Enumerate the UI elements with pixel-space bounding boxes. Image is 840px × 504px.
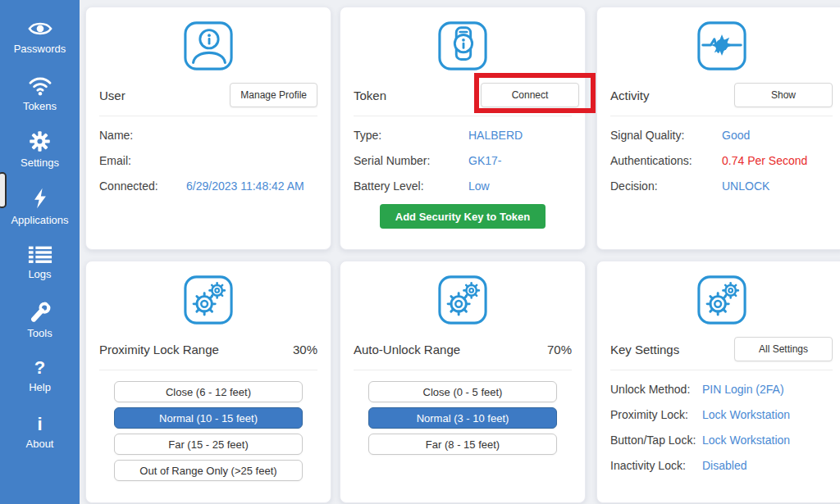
sidebar: Passwords Tokens (0, 0, 80, 504)
add-security-key-button[interactable]: Add Security Key to Token (380, 204, 546, 229)
eye-icon (28, 19, 52, 39)
token-type-row: Type: HALBERD (354, 128, 572, 143)
sidebar-item-label: Logs (28, 268, 51, 280)
connect-button[interactable]: Connect (481, 83, 579, 107)
button-tap-lock-row: Button/Tap Lock: Lock Workstation (610, 433, 833, 447)
wrench-icon (29, 300, 52, 323)
proximity-lock-percent: 30% (293, 343, 317, 356)
show-button[interactable]: Show (734, 83, 833, 107)
decision-row: Decision: UNLOCK (610, 179, 833, 193)
auto-unlock-range-card: Auto-Unlock Range 70% Close (0 - 5 feet)… (340, 261, 586, 503)
sidebar-item-applications[interactable]: Applications (0, 178, 80, 234)
inactivity-lock-row: Inactivity Lock: Disabled (610, 458, 833, 473)
card-title: Token (354, 89, 386, 102)
user-card: User Manage Profile Name: Email: Connect… (85, 7, 331, 250)
card-title: Proximity Lock Range (99, 343, 219, 356)
manage-profile-button[interactable]: Manage Profile (230, 83, 317, 107)
token-battery-row: Battery Level: Low (354, 179, 572, 193)
info-icon: i (37, 415, 42, 434)
gears-icon (86, 261, 331, 324)
card-title: Activity (610, 89, 650, 102)
token-card: Token Connect Type: HALBERD Serial Numbe… (340, 7, 586, 250)
sidebar-item-label: Help (29, 381, 51, 393)
token-info-icon (340, 7, 585, 70)
sidebar-item-about[interactable]: i About (0, 404, 80, 461)
list-icon (28, 246, 52, 264)
sidebar-item-label: Passwords (14, 43, 66, 55)
range-option-normal[interactable]: Normal (3 - 10 feet) (368, 407, 557, 429)
authentications-row: Authentications: 0.74 Per Second (610, 153, 833, 168)
user-name-row: Name: (99, 128, 317, 143)
sidebar-item-help[interactable]: ? Help (0, 347, 80, 404)
sidebar-item-label: Settings (21, 157, 59, 169)
sidebar-item-label: Tokens (23, 100, 57, 112)
range-option-far[interactable]: Far (15 - 25 feet) (114, 434, 303, 455)
user-connected-row: Connected: 6/29/2023 11:48:42 AM (99, 179, 317, 193)
card-title: User (99, 89, 126, 102)
range-option-close[interactable]: Close (0 - 5 feet) (368, 381, 557, 402)
gear-icon (29, 130, 51, 152)
screen-edge-widget-handle[interactable] (0, 172, 7, 208)
key-settings-card: Key Settings All Settings Unlock Method:… (596, 261, 840, 503)
gears-icon (597, 261, 840, 324)
signal-quality-row: Signal Quality: Good (610, 128, 833, 143)
sidebar-item-tokens[interactable]: Tokens (0, 65, 80, 121)
proximity-lock-range-card: Proximity Lock Range 30% Close (6 - 12 f… (85, 261, 331, 503)
lightning-icon (30, 187, 51, 210)
sidebar-item-label: Tools (27, 327, 52, 339)
card-title: Key Settings (610, 343, 679, 356)
range-option-normal[interactable]: Normal (10 - 15 feet) (114, 407, 303, 429)
wifi-icon (28, 75, 52, 96)
sidebar-item-settings[interactable]: Settings (0, 121, 80, 178)
sidebar-item-tools[interactable]: Tools (0, 291, 80, 347)
token-serial-row: Serial Number: GK17- (354, 153, 572, 168)
card-title: Auto-Unlock Range (354, 343, 460, 356)
sidebar-item-passwords[interactable]: Passwords (0, 8, 80, 65)
unlock-method-row: Unlock Method: PIN Login (2FA) (610, 382, 833, 397)
question-icon: ? (34, 359, 45, 377)
gears-icon (340, 261, 585, 324)
sidebar-item-logs[interactable]: Logs (0, 234, 80, 291)
all-settings-button[interactable]: All Settings (734, 337, 833, 361)
range-option-far[interactable]: Far (8 - 15 feet) (368, 434, 557, 455)
user-email-row: Email: (99, 153, 317, 168)
proximity-lock-row: Proximity Lock: Lock Workstation (610, 407, 833, 422)
auto-unlock-percent: 70% (547, 343, 572, 356)
user-info-icon (86, 7, 331, 70)
activity-pulse-icon (597, 7, 840, 70)
sidebar-item-label: Applications (11, 214, 68, 226)
range-option-close[interactable]: Close (6 - 12 feet) (114, 381, 303, 402)
range-option-out-of-range[interactable]: Out of Range Only (>25 feet) (114, 460, 303, 481)
activity-card: Activity Show Signal Quality: Good Authe… (596, 7, 840, 250)
sidebar-item-label: About (26, 438, 54, 450)
